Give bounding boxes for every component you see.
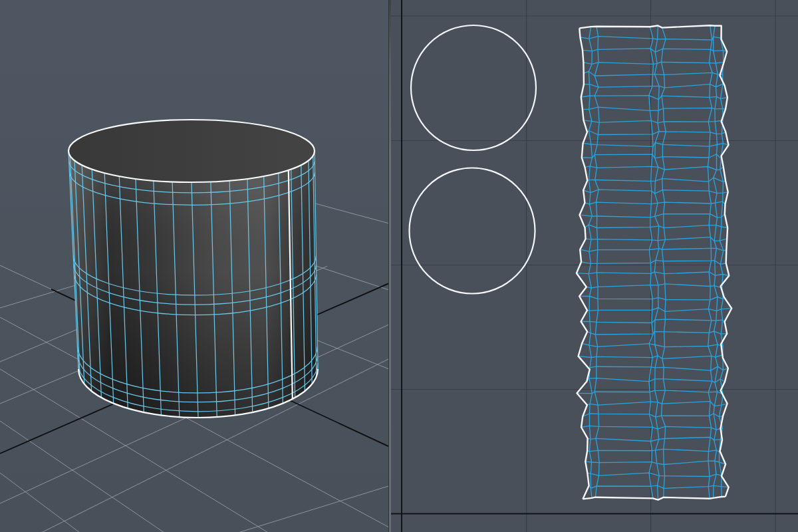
viewport-3d[interactable] bbox=[0, 0, 388, 532]
cylinder-mesh[interactable] bbox=[68, 120, 318, 418]
application-window bbox=[0, 0, 798, 532]
uv-editor[interactable] bbox=[391, 0, 798, 532]
uv-background bbox=[391, 0, 798, 532]
